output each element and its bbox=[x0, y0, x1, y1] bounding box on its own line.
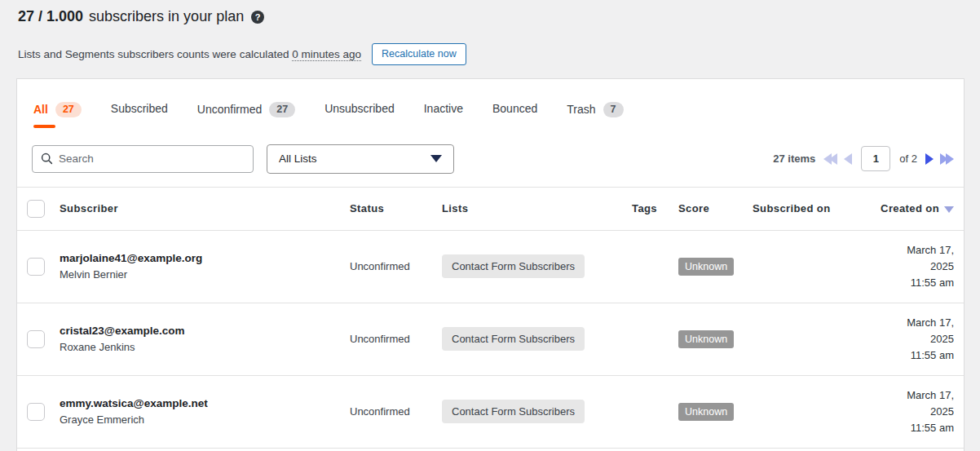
subscriber-status: Unconfirmed bbox=[350, 375, 442, 448]
table-toolbar: All Lists 27 items of 2 bbox=[17, 128, 964, 187]
tab-trash-label: Trash bbox=[567, 103, 595, 116]
recalculate-row: Lists and Segments subscribers counts we… bbox=[18, 43, 962, 65]
subscriber-name: Grayce Emmerich bbox=[60, 413, 350, 426]
subscriber-tags bbox=[632, 303, 678, 375]
list-chip[interactable]: Contact Form Subscribers bbox=[442, 254, 585, 278]
subscriber-email[interactable]: marjolaine41@example.org bbox=[60, 252, 350, 264]
subscriber-tags bbox=[632, 375, 678, 448]
tab-all-label: All bbox=[33, 103, 48, 116]
subscriber-name: Roxane Jenkins bbox=[60, 341, 350, 353]
row-checkbox[interactable] bbox=[27, 330, 45, 348]
page-title: 27 / 1.000 subscribers in your plan ? bbox=[18, 8, 962, 25]
table-row: marjolaine41@example.org Melvin Bernier … bbox=[17, 230, 964, 303]
subscriber-tags bbox=[632, 230, 678, 303]
tab-trash[interactable]: Trash 7 bbox=[567, 102, 623, 128]
created-on-cell: March 17, 2025 11:55 am bbox=[881, 375, 964, 448]
recalculate-note-text: Lists and Segments subscribers counts we… bbox=[18, 48, 289, 60]
created-date: March 17, 2025 bbox=[881, 242, 954, 275]
sort-desc-icon bbox=[944, 206, 954, 213]
subscribed-on-cell bbox=[753, 303, 881, 375]
tab-inactive-label: Inactive bbox=[424, 102, 463, 115]
search-icon bbox=[41, 153, 53, 165]
table-row: emmy.watsica@example.net Grayce Emmerich… bbox=[17, 375, 964, 448]
tab-unconfirmed[interactable]: Unconfirmed 27 bbox=[197, 102, 295, 128]
search-input[interactable] bbox=[59, 153, 245, 165]
tab-subscribed[interactable]: Subscribed bbox=[111, 102, 168, 128]
tab-unconfirmed-count-badge: 27 bbox=[269, 102, 295, 117]
table-row: cristal23@example.com Roxane Jenkins Unc… bbox=[17, 303, 964, 375]
tab-trash-count-badge: 7 bbox=[603, 102, 624, 117]
column-header-status[interactable]: Status bbox=[350, 187, 442, 230]
lists-filter-value: All Lists bbox=[279, 153, 317, 165]
created-date: March 17, 2025 bbox=[881, 315, 954, 347]
list-chip[interactable]: Contact Form Subscribers bbox=[442, 400, 585, 423]
column-header-created-on[interactable]: Created on bbox=[881, 187, 964, 230]
row-checkbox[interactable] bbox=[27, 258, 45, 276]
tab-bounced[interactable]: Bounced bbox=[492, 102, 537, 128]
help-icon[interactable]: ? bbox=[251, 11, 264, 24]
previous-page-button[interactable] bbox=[844, 153, 852, 165]
select-all-checkbox[interactable] bbox=[27, 200, 45, 218]
created-date: March 17, 2025 bbox=[881, 387, 954, 420]
current-page-input[interactable] bbox=[861, 146, 890, 171]
pagination: 27 items of 2 bbox=[773, 146, 954, 171]
subscriber-email[interactable]: emmy.watsica@example.net bbox=[60, 397, 350, 409]
score-badge: Unknown bbox=[678, 330, 734, 348]
subscriber-status: Unconfirmed bbox=[350, 230, 442, 303]
tab-unconfirmed-label: Unconfirmed bbox=[197, 103, 262, 116]
recalculate-timestamp: 0 minutes ago bbox=[292, 48, 361, 61]
column-header-lists: Lists bbox=[442, 187, 632, 230]
column-header-subscriber[interactable]: Subscriber bbox=[60, 187, 350, 230]
created-time: 11:55 am bbox=[881, 275, 954, 291]
active-tab-underline bbox=[33, 125, 55, 128]
score-badge: Unknown bbox=[678, 258, 734, 276]
page-title-text: subscribers in your plan bbox=[89, 8, 244, 25]
tab-subscribed-label: Subscribed bbox=[111, 102, 168, 115]
column-header-score: Score bbox=[678, 187, 753, 230]
row-checkbox[interactable] bbox=[27, 403, 45, 421]
subscribed-on-cell bbox=[753, 230, 881, 303]
subscriber-name: Melvin Bernier bbox=[60, 268, 350, 281]
first-page-button[interactable] bbox=[823, 153, 837, 165]
next-page-button[interactable] bbox=[925, 153, 934, 165]
tab-unsubscribed-label: Unsubscribed bbox=[324, 102, 395, 115]
page-header: 27 / 1.000 subscribers in your plan ? Li… bbox=[0, 0, 980, 65]
recalculate-button[interactable]: Recalculate now bbox=[372, 43, 466, 65]
list-chip[interactable]: Contact Form Subscribers bbox=[442, 327, 585, 351]
total-pages-label: of 2 bbox=[899, 153, 917, 165]
created-time: 11:55 am bbox=[881, 420, 954, 436]
tab-unsubscribed[interactable]: Unsubscribed bbox=[324, 102, 395, 128]
score-badge: Unknown bbox=[678, 403, 734, 421]
status-tabs: All 27 Subscribed Unconfirmed 27 Unsubsc… bbox=[17, 79, 964, 128]
subscriber-status: Unconfirmed bbox=[350, 303, 442, 375]
subscriber-email[interactable]: cristal23@example.com bbox=[60, 325, 350, 337]
subscribers-card: All 27 Subscribed Unconfirmed 27 Unsubsc… bbox=[16, 78, 965, 451]
tab-inactive[interactable]: Inactive bbox=[424, 102, 463, 128]
subscriber-count: 27 / 1.000 bbox=[18, 8, 83, 25]
last-page-button[interactable] bbox=[940, 153, 954, 165]
tab-all-count-badge: 27 bbox=[55, 102, 82, 117]
created-on-cell: March 17, 2025 11:55 am bbox=[881, 303, 964, 375]
subscribed-on-cell bbox=[753, 375, 881, 448]
created-on-label: Created on bbox=[881, 202, 939, 214]
subscribers-table: Subscriber Status Lists Tags Score Subsc… bbox=[17, 187, 964, 449]
search-box bbox=[32, 145, 254, 173]
tab-bounced-label: Bounced bbox=[492, 102, 537, 115]
items-count-label: 27 items bbox=[773, 153, 815, 165]
tab-all[interactable]: All 27 bbox=[33, 102, 82, 128]
created-time: 11:55 am bbox=[881, 347, 954, 364]
column-header-tags: Tags bbox=[632, 187, 678, 230]
column-header-subscribed-on[interactable]: Subscribed on bbox=[753, 187, 881, 230]
recalculate-note: Lists and Segments subscribers counts we… bbox=[18, 48, 361, 60]
created-on-cell: March 17, 2025 11:55 am bbox=[881, 230, 964, 303]
chevron-down-icon bbox=[430, 155, 442, 162]
table-header-row: Subscriber Status Lists Tags Score Subsc… bbox=[17, 187, 964, 230]
lists-filter-dropdown[interactable]: All Lists bbox=[267, 144, 454, 174]
